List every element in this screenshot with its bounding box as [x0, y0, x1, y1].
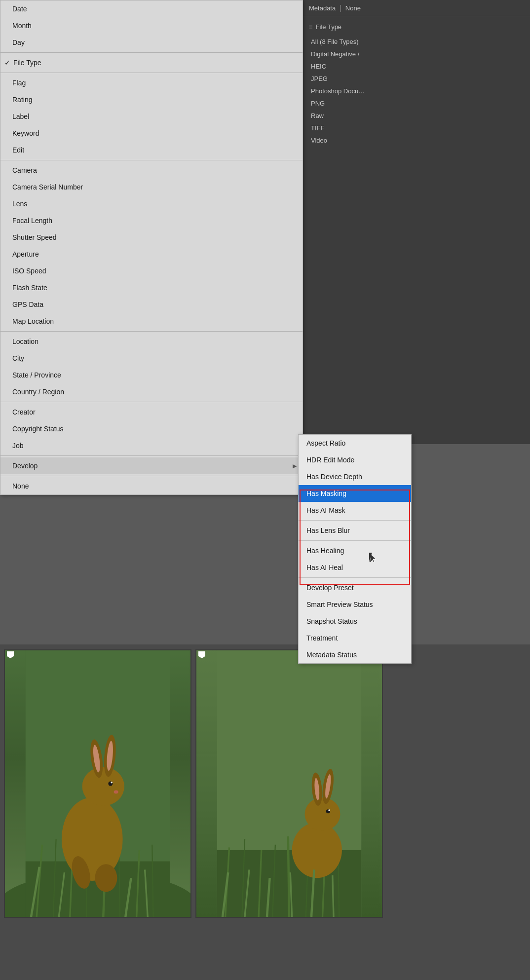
menu-item-iso-speed[interactable]: ISO Speed: [0, 263, 303, 279]
menu-item-flag[interactable]: Flag: [0, 75, 303, 91]
menu-item-creator[interactable]: Creator: [0, 404, 303, 420]
photo-card-2: [195, 649, 383, 918]
menu-item-lens[interactable]: Lens: [0, 195, 303, 212]
menu-item-copyright-status[interactable]: Copyright Status: [0, 420, 303, 437]
file-type-list-item[interactable]: All (8 File Types): [303, 36, 530, 48]
file-type-list-item[interactable]: Raw: [303, 110, 530, 122]
submenu-item-has-masking[interactable]: Has Masking: [299, 485, 411, 502]
menu-item-state-/-province[interactable]: State / Province: [0, 367, 303, 383]
menu-item-job[interactable]: Job: [0, 437, 303, 454]
submenu-separator: [299, 540, 411, 541]
file-type-list: All (8 File Types)Digital Negative /HEIC…: [303, 34, 530, 149]
list-icon: ≡: [309, 23, 313, 31]
submenu-item-treatment[interactable]: Treatment: [299, 630, 411, 646]
file-type-list-item[interactable]: HEIC: [303, 60, 530, 73]
menu-item-none[interactable]: None: [0, 478, 303, 494]
menu-item-city[interactable]: City: [0, 350, 303, 367]
none-label: None: [345, 4, 361, 12]
file-type-header: ≡ File Type: [303, 20, 530, 34]
menu-item-file-type[interactable]: File Type: [0, 54, 303, 71]
svg-point-12: [82, 767, 125, 806]
menu-separator: [0, 52, 303, 53]
submenu-item-has-ai-heal[interactable]: Has AI Heal: [299, 559, 411, 576]
file-type-list-item[interactable]: PNG: [303, 97, 530, 110]
rabbit-svg-1: [5, 650, 190, 917]
menu-separator: [0, 476, 303, 476]
photos-area: [0, 644, 530, 980]
submenu-item-aspect-ratio[interactable]: Aspect Ratio: [299, 435, 411, 452]
menu-separator: [0, 73, 303, 73]
submenu-item-has-ai-mask[interactable]: Has AI Mask: [299, 502, 411, 519]
file-type-list-item[interactable]: Video: [303, 134, 530, 147]
submenu-item-has-lens-blur[interactable]: Has Lens Blur: [299, 522, 411, 539]
menu-item-country-/-region[interactable]: Country / Region: [0, 383, 303, 400]
svg-point-19: [114, 791, 118, 794]
file-type-list-item[interactable]: Digital Negative /: [303, 48, 530, 60]
panel-header: Metadata | None: [303, 0, 530, 16]
menu-separator: [0, 331, 303, 332]
photo-thumbnail-1: [5, 650, 190, 917]
menu-item-camera[interactable]: Camera: [0, 162, 303, 179]
file-type-list-item[interactable]: TIFF: [303, 122, 530, 134]
svg-point-18: [111, 782, 112, 783]
main-menu: DateMonthDayFile TypeFlagRatingLabelKeyw…: [0, 0, 303, 495]
menu-item-flash-state[interactable]: Flash State: [0, 279, 303, 296]
menu-item-keyword[interactable]: Keyword: [0, 125, 303, 142]
menu-item-map-location[interactable]: Map Location: [0, 313, 303, 330]
menu-item-gps-data[interactable]: GPS Data: [0, 296, 303, 313]
svg-point-43: [328, 809, 330, 811]
submenu-separator: [299, 577, 411, 578]
menu-item-shutter-speed[interactable]: Shutter Speed: [0, 229, 303, 246]
develop-submenu: Aspect RatioHDR Edit ModeHas Device Dept…: [298, 434, 412, 664]
submenu-item-snapshot-status[interactable]: Snapshot Status: [299, 613, 411, 630]
svg-line-49: [333, 875, 334, 917]
rabbit-svg-2: [196, 650, 382, 917]
menu-item-location[interactable]: Location: [0, 333, 303, 350]
menu-separator: [0, 402, 303, 402]
svg-line-32: [288, 836, 289, 917]
metadata-label: Metadata: [309, 4, 336, 12]
menu-item-day[interactable]: Day: [0, 34, 303, 51]
menu-item-edit[interactable]: Edit: [0, 142, 303, 158]
menu-separator: [0, 455, 303, 456]
file-type-panel: ≡ File Type All (8 File Types)Digital Ne…: [303, 16, 530, 152]
right-panel: Metadata | None ≡ File Type All (8 File …: [303, 0, 530, 444]
menu-item-focal-length[interactable]: Focal Length: [0, 212, 303, 229]
menu-item-camera-serial-number[interactable]: Camera Serial Number: [0, 179, 303, 195]
submenu-item-has-healing[interactable]: Has Healing: [299, 542, 411, 559]
photo-thumbnail-2: [196, 650, 382, 917]
submenu-item-metadata-status[interactable]: Metadata Status: [299, 646, 411, 663]
submenu-separator: [299, 520, 411, 521]
file-type-title: File Type: [316, 23, 342, 31]
submenu-item-hdr-edit-mode[interactable]: HDR Edit Mode: [299, 452, 411, 468]
submenu-item-develop-preset[interactable]: Develop Preset: [299, 579, 411, 596]
svg-point-36: [292, 823, 342, 878]
menu-item-date[interactable]: Date: [0, 0, 303, 17]
submenu-item-has-device-depth[interactable]: Has Device Depth: [299, 468, 411, 485]
svg-point-21: [95, 864, 117, 892]
menu-item-label[interactable]: Label: [0, 108, 303, 125]
file-type-list-item[interactable]: Photoshop Docu…: [303, 85, 530, 97]
menu-separator: [0, 160, 303, 160]
menu-item-rating[interactable]: Rating: [0, 91, 303, 108]
submenu-item-smart-preview-status[interactable]: Smart Preview Status: [299, 596, 411, 613]
file-type-list-item[interactable]: JPEG: [303, 73, 530, 85]
menu-item-aperture[interactable]: Aperture: [0, 246, 303, 263]
menu-item-develop[interactable]: Develop: [0, 457, 303, 474]
svg-point-37: [305, 797, 341, 831]
menu-item-month[interactable]: Month: [0, 17, 303, 34]
photo-card-1: [4, 649, 191, 918]
